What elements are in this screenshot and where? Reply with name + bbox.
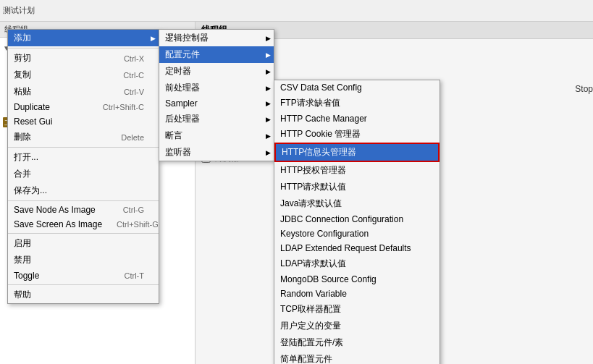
menu-item-savescreenimg[interactable]: Save Screen As Image Ctrl+Shift-G: [8, 217, 159, 232]
menu-l3-tcpconfig-label: TCP取样器配置: [280, 303, 341, 316]
menu-label-copy: 复制: [14, 69, 31, 81]
menu-label-savenodeimg: Save Node As Image: [14, 205, 96, 215]
menu-label-add: 添加: [14, 32, 31, 44]
menu-l3-httpauth-label: HTTP授权管理器: [280, 164, 346, 177]
menu-label-open: 打开...: [14, 151, 38, 164]
menu-label-cut: 剪切: [14, 52, 31, 64]
shortcut-savenodeimg: Ctrl-G: [123, 206, 144, 214]
menu-item-saveas[interactable]: 保存为...: [8, 182, 159, 199]
menu-l3-ldapdefault[interactable]: LDAP请求默认值: [274, 255, 440, 272]
menu-l3-httpcookie[interactable]: HTTP Cookie 管理器: [274, 126, 440, 143]
menu-l3-random[interactable]: Random Variable: [274, 287, 440, 301]
menu-item-delete[interactable]: 删除 Delete: [8, 129, 159, 145]
toolbar: 测试计划: [0, 0, 593, 22]
menu-l3-ftp[interactable]: FTP请求缺省值: [274, 95, 440, 111]
menu-label-resetgui: Reset Gui: [14, 117, 52, 127]
toolbar-title: 测试计划: [3, 5, 35, 16]
menu-l2-sampler[interactable]: Sampler: [159, 96, 274, 111]
menu-l2-sampler-label: Sampler: [165, 98, 198, 109]
menu-l3-mongodb-label: MongoDB Source Config: [280, 274, 377, 284]
context-menu-l3: CSV Data Set Config FTP请求缺省值 HTTP Cache …: [274, 80, 440, 364]
menu-l3-random-label: Random Variable: [280, 289, 347, 299]
menu-item-merge[interactable]: 合并: [8, 166, 159, 182]
menu-l3-httpdefault[interactable]: HTTP请求默认值: [274, 179, 440, 195]
app-container: 测试计划 线程组 ▼ 测试计划 ▼ 线程组: [0, 0, 593, 364]
shortcut-savescreenimg: Ctrl+Shift-G: [117, 220, 159, 229]
menu-l2-logic-label: 逻辑控制器: [165, 32, 209, 44]
shortcut-paste: Ctrl-V: [124, 88, 144, 96]
menu-label-help: 帮助: [14, 289, 31, 301]
menu-item-resetgui[interactable]: Reset Gui: [8, 114, 159, 129]
separator-4: [8, 233, 159, 234]
menu-l3-jdbc[interactable]: JDBC Connection Configuration: [274, 212, 440, 227]
menu-l3-ftp-label: FTP请求缺省值: [280, 97, 340, 109]
menu-label-saveas: 保存为...: [14, 185, 47, 197]
menu-item-savenodeimg[interactable]: Save Node As Image Ctrl-G: [8, 203, 159, 217]
shortcut-copy: Ctrl-C: [123, 71, 144, 80]
menu-l2-config[interactable]: 配置元件: [159, 46, 274, 63]
menu-label-toggle: Toggle: [14, 271, 39, 281]
menu-item-duplicate[interactable]: Duplicate Ctrl+Shift-C: [8, 100, 159, 114]
menu-label-delete: 删除: [14, 131, 31, 143]
menu-item-copy[interactable]: 复制 Ctrl-C: [8, 67, 159, 83]
menu-l3-simpleconfig[interactable]: 简单配置元件: [274, 351, 440, 364]
menu-l3-ldapdefault-label: LDAP请求默认值: [280, 258, 346, 270]
shortcut-toggle: Ctrl-T: [125, 271, 145, 280]
menu-l3-jdbc-label: JDBC Connection Configuration: [280, 214, 403, 224]
menu-l3-csv[interactable]: CSV Data Set Config: [274, 80, 440, 95]
menu-l2-postproc[interactable]: 后处理器: [159, 111, 274, 127]
menu-l3-ldapext-label: LDAP Extended Request Defaults: [280, 243, 411, 253]
menu-l3-tcpconfig[interactable]: TCP取样器配置: [274, 301, 440, 318]
menu-l3-httpcache-label: HTTP Cache Manager: [280, 114, 367, 124]
menu-item-cut[interactable]: 剪切 Ctrl-X: [8, 50, 159, 67]
menu-item-enable[interactable]: 启用: [8, 235, 159, 252]
menu-l3-mongodb[interactable]: MongoDB Source Config: [274, 272, 440, 287]
separator-2: [8, 147, 159, 148]
menu-l2-assertion-label: 断言: [165, 130, 182, 142]
menu-l3-loginconfig-label: 登陆配置元件/素: [280, 337, 343, 349]
menu-l3-loginconfig[interactable]: 登陆配置元件/素: [274, 334, 440, 351]
shortcut-cut: Ctrl-X: [124, 54, 144, 63]
menu-l3-httpcache[interactable]: HTTP Cache Manager: [274, 111, 440, 126]
menu-label-disable: 禁用: [14, 254, 31, 266]
menu-label-enable: 启用: [14, 237, 31, 250]
menu-l2-logic[interactable]: 逻辑控制器: [159, 30, 274, 46]
separator-5: [8, 284, 159, 285]
menu-l3-httpauth[interactable]: HTTP授权管理器: [274, 162, 440, 179]
menu-l3-uservar[interactable]: 用户定义的变量: [274, 318, 440, 334]
menu-item-toggle[interactable]: Toggle Ctrl-T: [8, 268, 159, 283]
menu-l3-uservar-label: 用户定义的变量: [280, 320, 341, 332]
menu-label-savescreenimg: Save Screen As Image: [14, 219, 102, 229]
menu-label-paste: 粘贴: [14, 85, 31, 98]
menu-l3-httpheader-label: HTTP信息头管理器: [282, 146, 356, 158]
shortcut-duplicate: Ctrl+Shift-C: [103, 103, 144, 111]
menu-l2-preproc[interactable]: 前处理器: [159, 80, 274, 96]
menu-l3-javadefault-label: Java请求默认值: [280, 198, 342, 210]
stop-label[interactable]: Stop: [575, 84, 593, 94]
menu-l2-timer[interactable]: 定时器: [159, 63, 274, 80]
menu-l2-assertion[interactable]: 断言: [159, 127, 274, 144]
menu-l2-preproc-label: 前处理器: [165, 82, 200, 94]
menu-l3-httpcookie-label: HTTP Cookie 管理器: [280, 128, 361, 140]
menu-l2-timer-label: 定时器: [165, 65, 191, 77]
shortcut-delete: Delete: [121, 133, 144, 142]
menu-l2-postproc-label: 后处理器: [165, 113, 200, 125]
menu-l3-javadefault[interactable]: Java请求默认值: [274, 195, 440, 212]
context-menu-l1: 添加 剪切 Ctrl-X 复制 Ctrl-C 粘贴 Ctrl-V Duplica…: [7, 29, 159, 304]
menu-item-help[interactable]: 帮助: [8, 287, 159, 303]
menu-l3-httpdefault-label: HTTP请求默认值: [280, 181, 346, 193]
menu-item-disable[interactable]: 禁用: [8, 252, 159, 268]
menu-l3-httpheader[interactable]: HTTP信息头管理器: [274, 143, 440, 162]
menu-l2-config-label: 配置元件: [165, 48, 200, 61]
menu-item-add[interactable]: 添加: [8, 30, 159, 46]
menu-item-open[interactable]: 打开...: [8, 149, 159, 166]
separator-1: [8, 48, 159, 48]
menu-l2-listener[interactable]: 监听器: [159, 144, 274, 161]
menu-l3-ldapext[interactable]: LDAP Extended Request Defaults: [274, 241, 440, 255]
stop-button-area: Stop: [575, 84, 593, 94]
separator-3: [8, 200, 159, 201]
menu-label-duplicate: Duplicate: [14, 102, 50, 112]
menu-item-paste[interactable]: 粘贴 Ctrl-V: [8, 83, 159, 100]
menu-label-merge: 合并: [14, 168, 31, 180]
menu-l3-keystore[interactable]: Keystore Configuration: [274, 227, 440, 241]
